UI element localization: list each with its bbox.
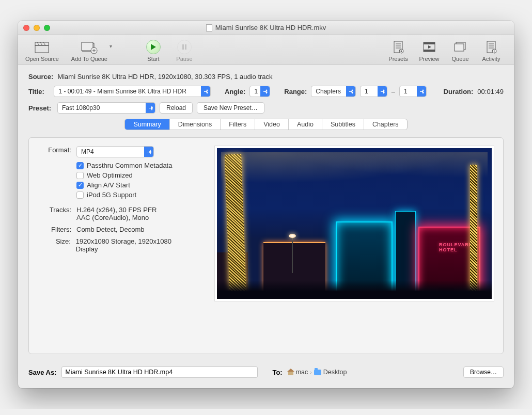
clapper-icon	[34, 40, 50, 54]
filters-label: Filters:	[38, 226, 71, 233]
svg-marker-10	[151, 44, 156, 50]
start-button[interactable]: Start	[138, 38, 169, 62]
svg-line-2	[37, 42, 39, 45]
video-preview: BOULEVARD HOTEL	[215, 146, 494, 301]
preset-label: Preset:	[28, 104, 53, 112]
file-icon	[206, 24, 212, 31]
web-optimized-checkbox[interactable]: Web Optimized	[76, 171, 193, 179]
svg-line-4	[43, 42, 45, 45]
close-window-button[interactable]	[23, 25, 29, 31]
format-select[interactable]: MP4▴▾	[76, 146, 154, 157]
svg-rect-20	[424, 42, 435, 44]
presets-icon	[393, 40, 404, 54]
preview-icon	[423, 40, 436, 54]
svg-rect-12	[185, 44, 186, 50]
titlebar: Miami Sunrise 8K Ultra HD HDR.mkv	[18, 21, 514, 35]
range-from-select[interactable]: 1▴▾	[360, 86, 387, 97]
range-separator: –	[392, 88, 395, 95]
tab-video[interactable]: Video	[255, 119, 289, 130]
title-label: Title:	[28, 88, 50, 95]
presets-button[interactable]: Presets	[383, 38, 414, 62]
minimize-window-button[interactable]	[34, 25, 40, 31]
angle-select[interactable]: 1▴▾	[249, 86, 270, 97]
app-window: Miami Sunrise 8K Ultra HD HDR.mkv Open S…	[18, 21, 514, 388]
activity-button[interactable]: i Activity	[476, 38, 507, 62]
save-as-input[interactable]	[61, 366, 258, 378]
svg-rect-11	[182, 44, 184, 50]
queue-icon	[453, 40, 467, 54]
preset-select[interactable]: Fast 1080p30▴▾	[57, 102, 155, 114]
tab-dimensions[interactable]: Dimensions	[170, 119, 221, 130]
path-folder[interactable]: Desktop	[314, 369, 347, 376]
play-icon	[151, 44, 156, 50]
range-type-select[interactable]: Chapters▴▾	[311, 86, 356, 97]
browse-button[interactable]: Browse…	[463, 366, 504, 378]
to-label: To:	[272, 369, 282, 376]
svg-rect-21	[424, 50, 435, 52]
queue-add-icon	[81, 40, 98, 54]
duration-label: Duration:	[444, 88, 474, 95]
svg-marker-22	[428, 45, 431, 49]
range-label: Range:	[284, 88, 307, 95]
add-to-queue-menu-button[interactable]: ▾	[109, 38, 112, 49]
source-label: Source:	[28, 73, 53, 81]
title-select[interactable]: 1 - 00:01:49 - Miami Sunrise 8K Ultra HD…	[54, 86, 210, 97]
tab-subtitles[interactable]: Subtitles	[322, 119, 364, 130]
pause-button: Pause	[169, 38, 200, 62]
home-icon	[288, 369, 294, 375]
duration-value: 00:01:49	[477, 88, 504, 95]
svg-line-3	[40, 42, 42, 45]
tab-summary[interactable]: Summary	[125, 119, 169, 130]
format-label: Format:	[38, 146, 71, 157]
save-new-preset-button[interactable]: Save New Preset…	[197, 102, 264, 114]
passthru-metadata-checkbox[interactable]: ✓Passthru Common Metadata	[76, 162, 193, 169]
align-av-start-checkbox[interactable]: ✓Align A/V Start	[76, 181, 193, 189]
source-value: Miami Sunrise 8K Ultra HD HDR, 1920x1080…	[57, 73, 272, 81]
window-title: Miami Sunrise 8K Ultra HD HDR.mkv	[215, 24, 326, 31]
pause-icon	[182, 44, 186, 50]
window-controls	[23, 25, 50, 31]
chevron-right-icon: ›	[310, 370, 311, 375]
path-user[interactable]: mac	[288, 369, 308, 376]
activity-icon: i	[486, 40, 497, 54]
save-as-label: Save As:	[28, 369, 56, 376]
tab-filters[interactable]: Filters	[221, 119, 255, 130]
open-source-button[interactable]: Open Source	[25, 38, 59, 62]
svg-point-18	[401, 51, 402, 52]
queue-button[interactable]: Queue	[445, 38, 476, 62]
tracks-video: H.264 (x264), 30 FPS PFR	[76, 206, 157, 214]
size-label: Size:	[38, 237, 71, 253]
reload-button[interactable]: Reload	[160, 102, 193, 114]
tab-audio[interactable]: Audio	[289, 119, 322, 130]
filters-value: Comb Detect, Decomb	[76, 226, 145, 233]
toolbar: Open Source Add To Queue ▾ Start Pause P…	[18, 35, 514, 65]
angle-label: Angle:	[225, 88, 245, 95]
range-to-select[interactable]: 1▴▾	[399, 86, 427, 97]
tracks-audio: AAC (CoreAudio), Mono	[76, 214, 157, 221]
svg-rect-0	[35, 45, 49, 53]
ipod-5g-support-checkbox[interactable]: iPod 5G Support	[76, 191, 193, 199]
neon-sign-boulevard: BOULEVARD HOTEL	[439, 242, 492, 252]
preview-button[interactable]: Preview	[414, 38, 445, 62]
tab-chapters[interactable]: Chapters	[364, 119, 407, 130]
zoom-window-button[interactable]	[44, 25, 50, 31]
folder-icon	[314, 370, 321, 375]
tracks-label: Tracks:	[38, 206, 71, 221]
tab-bar: Summary Dimensions Filters Video Audio S…	[28, 119, 504, 130]
svg-rect-24	[455, 44, 464, 51]
summary-pane: Format: MP4▴▾ ✓Passthru Common Metadata …	[28, 137, 504, 354]
add-to-queue-button[interactable]: Add To Queue	[71, 38, 107, 62]
size-value: 1920x1080 Storage, 1920x1080 Display	[76, 237, 193, 253]
